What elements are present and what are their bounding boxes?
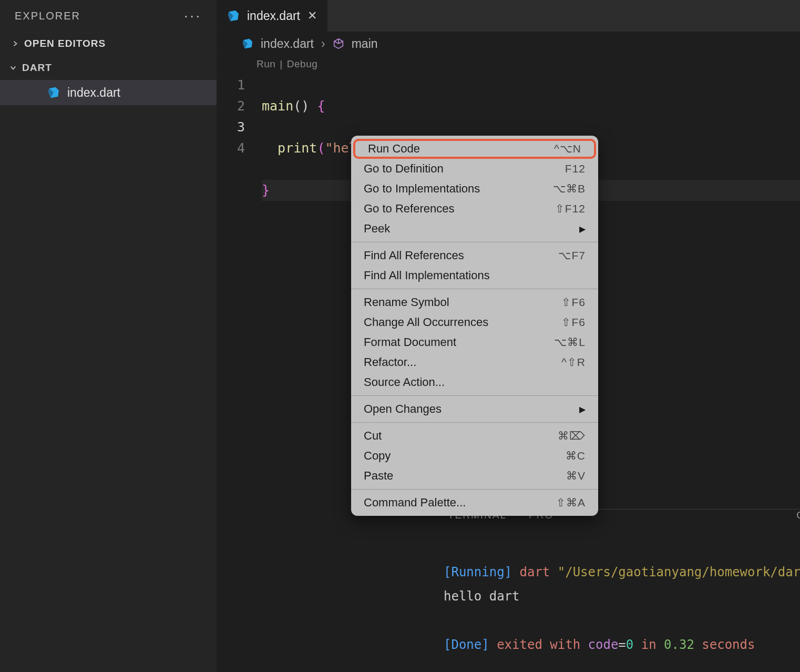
line-number: 4 [217,138,245,159]
context-menu-item[interactable]: Open Changes▶ [351,399,598,419]
codelens: Run | Debug [217,56,800,73]
context-menu-separator [351,422,598,423]
context-menu-label: Open Changes [364,402,442,416]
context-menu-label: Go to Definition [364,162,444,176]
context-menu-item[interactable]: Copy⌘C [351,446,598,466]
context-menu-item[interactable]: Find All References⌥F7 [351,246,598,266]
bottom-panel: TERMINAL PRO OLE [Running] dart "/Users/… [433,509,800,672]
context-menu-label: Rename Symbol [364,296,449,309]
context-menu-label: Run Code [368,142,420,156]
context-menu-shortcut: ⇧⌘A [549,496,586,509]
token: } [262,182,270,198]
codelens-sep: | [280,58,282,70]
context-menu-shortcut: ^⌥N [545,142,581,155]
term-text: Running [451,565,504,579]
context-menu-item[interactable]: Go to DefinitionF12 [351,159,598,179]
dart-file-icon [227,9,240,23]
codelens-run[interactable]: Run [257,58,275,70]
context-menu-shortcut: ⌥⌘L [549,336,586,349]
context-menu-label: Cut [364,429,382,443]
context-menu-item[interactable]: Format Document⌥⌘L [351,332,598,352]
chevron-right-icon: › [321,37,325,51]
context-menu[interactable]: Run Code^⌥NGo to DefinitionF12Go to Impl… [351,136,598,516]
breadcrumb-symbol: main [352,37,378,51]
tab-title: index.dart [247,9,300,23]
term-text: [ [444,637,451,652]
context-menu-item[interactable]: Run Code^⌥N [353,139,596,159]
context-menu-shortcut: ⇧F12 [549,202,586,215]
term-text: dart [512,565,558,579]
line-number: 1 [217,75,245,96]
token: print [278,140,317,156]
dart-file-icon [47,86,60,99]
context-menu-item[interactable]: Refactor...^⇧R [351,352,598,372]
explorer-title: EXPLORER [15,10,80,22]
dart-file-icon [242,38,254,50]
context-menu-item[interactable]: Change All Occurrences⇧F6 [351,312,598,332]
context-menu-label: Change All Occurrences [364,315,488,329]
context-menu-item[interactable]: Source Action... [351,372,598,392]
token: { [317,98,325,114]
context-menu-label: Go to References [364,202,454,216]
context-menu-shortcut: ⇧F6 [549,296,586,309]
context-menu-label: Copy [364,449,391,463]
term-text: Done [451,637,481,652]
context-menu-item[interactable]: Go to Implementations⌥⌘B [351,179,598,199]
chevron-right-icon [12,40,19,47]
open-editors-section[interactable]: OPEN EDITORS [0,32,217,56]
folder-root[interactable]: DART [0,56,217,80]
chevron-down-icon [9,64,17,72]
context-menu-label: Paste [364,469,393,483]
panel-tab-partial[interactable]: OLE [796,510,800,521]
breadcrumb-file: index.dart [261,37,314,51]
open-editors-label: OPEN EDITORS [24,38,106,49]
line-number: 3 [217,117,245,138]
close-icon[interactable]: ✕ [307,9,317,23]
context-menu-shortcut: F12 [549,162,586,175]
editor-tab[interactable]: index.dart ✕ [217,0,327,32]
breadcrumb[interactable]: index.dart › main [217,32,800,56]
context-menu-shortcut: ^⇧R [549,356,586,369]
context-menu-label: Refactor... [364,355,416,369]
context-menu-item[interactable]: Peek▶ [351,219,598,239]
context-menu-label: Source Action... [364,375,445,389]
codelens-debug[interactable]: Debug [287,58,318,70]
token: main [262,98,293,114]
chevron-right-icon: ▶ [579,224,586,234]
context-menu-item[interactable]: Cut⌘⌦ [351,426,598,446]
folder-root-label: DART [22,62,52,74]
tab-bar: index.dart ✕ [217,0,800,32]
explorer-sidebar: EXPLORER ··· OPEN EDITORS DART index.dar… [0,0,217,672]
token: ( [317,140,325,156]
context-menu-item[interactable]: Go to References⇧F12 [351,199,598,219]
context-menu-label: Go to Implementations [364,182,480,196]
token: () [293,98,317,114]
context-menu-label: Format Document [364,335,456,349]
context-menu-shortcut: ⌘C [549,450,586,462]
terminal-output[interactable]: [Running] dart "/Users/gaotianyang/homew… [433,521,800,672]
context-menu-shortcut: ⌘⌦ [549,430,586,442]
term-text: "/Users/gaotianyang/homework/dart/index.… [558,565,800,579]
chevron-right-icon: ▶ [579,404,586,414]
line-number: 2 [217,96,245,117]
context-menu-separator [351,242,598,242]
context-menu-shortcut: ⌥F7 [549,249,586,262]
term-text: 0 [626,637,633,652]
context-menu-item[interactable]: Rename Symbol⇧F6 [351,292,598,312]
context-menu-label: Peek [364,222,390,236]
context-menu-separator [351,489,598,490]
context-menu-label: Find All References [364,249,464,262]
context-menu-shortcut: ⇧F6 [549,316,586,329]
file-row[interactable]: index.dart [0,80,217,105]
term-text: exited with [489,637,588,652]
term-text: code [588,637,619,652]
context-menu-item[interactable]: Find All Implementations [351,266,598,286]
explorer-header: EXPLORER ··· [0,0,217,32]
context-menu-shortcut: ⌘V [549,470,586,482]
context-menu-item[interactable]: Command Palette...⇧⌘A [351,493,598,513]
cube-icon [333,38,344,49]
context-menu-separator [351,289,598,289]
term-text: 0.32 [664,637,694,652]
context-menu-item[interactable]: Paste⌘V [351,466,598,486]
term-text: ] [481,637,489,652]
